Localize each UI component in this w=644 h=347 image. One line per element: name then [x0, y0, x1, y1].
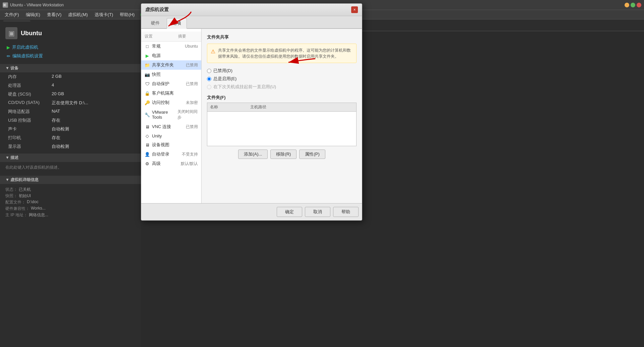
maximize-btn[interactable] — [631, 3, 635, 7]
power-icon: ▶ — [145, 53, 150, 58]
settings-item-vnc-name: VNC 连接 — [152, 124, 171, 130]
settings-item-general-summary: Ubuntu — [185, 44, 198, 49]
edit-label: 编辑虚拟机设置 — [12, 53, 43, 59]
settings-item-vnc[interactable]: 🖥 VNC 连接 已禁用 — [141, 122, 201, 131]
settings-item-snapshots[interactable]: 📷 快照 — [141, 70, 201, 79]
device-sound-label: 声卡 — [8, 126, 52, 132]
shared-folders-icon: 📁 — [145, 62, 150, 68]
radio-until-shutdown[interactable]: 在下次关机或挂起前一直启用(U) — [207, 84, 357, 90]
vnc-icon: 🖥 — [145, 124, 150, 129]
device-cpu-value: 4 — [52, 82, 54, 89]
detail-status: 状态： 已关机 — [5, 187, 136, 192]
folder-table-header: 名称 主机路径 — [207, 103, 356, 112]
detail-ip-label: 主 IP 地址： — [5, 212, 28, 218]
settings-item-autoprotect[interactable]: 🛡 自动保护 已禁用 — [141, 79, 201, 89]
settings-item-access-summary: 未加密 — [186, 100, 198, 106]
tab-options[interactable]: 选项 — [167, 18, 187, 29]
menu-vm[interactable]: 虚拟机(M) — [65, 10, 91, 19]
start-vm-btn[interactable]: ▶ 开启此虚拟机 — [5, 43, 136, 51]
settings-item-tools[interactable]: 🔧 VMware Tools 关闭时间同步 — [141, 107, 201, 122]
settings-item-isolation-name: 客户机隔离 — [152, 90, 174, 96]
device-printer-value: 存在 — [52, 135, 60, 141]
desc-section: 在此处键入对该虚拟机的描述。 — [0, 162, 141, 173]
settings-right-panel: 文件夹共享 ⚠ 共享文件夹会将您的文件显示给虚拟机中的程序。这可能为您的计算机和… — [202, 29, 362, 203]
radio-always[interactable]: 总是启用(E) — [207, 76, 357, 82]
settings-col-name: 设置 — [145, 34, 178, 39]
detail-config-value: D:\doc — [27, 199, 39, 205]
remove-folder-btn[interactable]: 移除(R) — [270, 150, 297, 159]
device-cpu-label: 处理器 — [8, 82, 52, 89]
dialog-close-btn[interactable]: × — [351, 6, 358, 13]
radio-disabled-input[interactable] — [207, 69, 211, 73]
settings-item-general[interactable]: □ 常规 Ubuntu — [141, 42, 201, 51]
add-folder-btn[interactable]: 添加(A)... — [238, 150, 268, 159]
help-btn[interactable]: 帮助 — [333, 207, 359, 217]
device-memory-value: 2 GB — [52, 74, 62, 80]
device-memory-label: 内存 — [8, 74, 52, 80]
settings-item-autologin-summary: 不受支持 — [182, 152, 198, 157]
cancel-btn[interactable]: 取消 — [305, 207, 330, 217]
autoprotect-icon: 🛡 — [145, 81, 150, 86]
menu-help[interactable]: 帮助(H) — [116, 10, 138, 19]
sharing-radio-group: 已禁用(D) 总是启用(E) 在下次关机或挂起前一直启用(U) — [207, 68, 357, 90]
device-net-value: NAT — [52, 109, 60, 115]
radio-always-label: 总是启用(E) — [213, 76, 236, 82]
settings-item-advanced-summary: 默认/默认 — [181, 161, 198, 167]
vm-details-header: ▼ 虚拟机详细信息 — [0, 176, 141, 184]
folder-col-path-header: 主机路径 — [250, 104, 354, 110]
settings-item-autologin-name: 自动登录 — [152, 151, 169, 157]
isolation-icon: 🔒 — [145, 91, 150, 96]
desc-placeholder: 在此处键入对该虚拟机的描述。 — [5, 165, 62, 170]
settings-item-shared-folders[interactable]: 📁 共享文件夹 已禁用 — [141, 60, 201, 70]
start-label: 开启此虚拟机 — [12, 44, 38, 50]
menu-tab[interactable]: 选项卡(T) — [91, 10, 117, 19]
radio-always-input[interactable] — [207, 77, 211, 81]
device-printer: 打印机 存在 — [0, 133, 141, 142]
unity-icon: ◇ — [145, 133, 150, 138]
close-btn[interactable] — [637, 3, 641, 7]
detail-snapshot-value: 初始UI — [19, 193, 31, 199]
menu-file[interactable]: 文件(F) — [1, 10, 22, 19]
tab-hardware[interactable]: 硬件 — [145, 18, 165, 28]
detail-config-label: 配置文件： — [5, 199, 25, 205]
settings-item-access-name: 访问控制 — [152, 100, 169, 106]
menu-view[interactable]: 查看(V) — [44, 10, 65, 19]
settings-item-autologin[interactable]: 👤 自动登录 不受支持 — [141, 150, 201, 159]
radio-disabled[interactable]: 已禁用(D) — [207, 68, 357, 74]
settings-item-isolation[interactable]: 🔒 客户机隔离 — [141, 89, 201, 98]
device-dvd-label: CD/DVD (SATA) — [8, 100, 52, 106]
titlebar-text: Ubuntu - VMware Workstation — [10, 3, 64, 7]
device-hdd-value: 20 GB — [52, 91, 64, 97]
vm-header: ▣ Ubuntu — [0, 24, 141, 42]
file-sharing-title: 文件夹共享 — [207, 34, 357, 40]
edit-vm-btn[interactable]: ✏ 编辑虚拟机设置 — [5, 52, 136, 60]
settings-item-deviceview[interactable]: 🖥 设备视图 — [141, 140, 201, 150]
warning-icon: ⚠ — [211, 48, 215, 59]
warning-text: 共享文件夹会将您的文件显示给虚拟机中的程序。这可能为您的计算机和数据带来风险。请… — [218, 47, 353, 59]
radio-until-shutdown-input — [207, 85, 211, 89]
settings-item-autoprotect-summary: 已禁用 — [186, 81, 198, 87]
folder-col-name-header: 名称 — [210, 104, 250, 110]
detail-snapshot: 快照： 初始UI — [5, 193, 136, 199]
folder-table-body — [207, 112, 356, 145]
vm-actions: ▶ 开启此虚拟机 ✏ 编辑虚拟机设置 — [0, 42, 141, 61]
edit-icon: ✏ — [7, 54, 10, 59]
dialog-tabs: 硬件 选项 — [141, 16, 362, 29]
detail-status-value: 已关机 — [19, 187, 31, 192]
settings-item-unity[interactable]: ◇ Unity — [141, 131, 201, 140]
settings-item-advanced-name: 高级 — [152, 161, 161, 167]
settings-item-tools-summary: 关闭时间同步 — [177, 109, 198, 120]
settings-item-power[interactable]: ▶ 电源 — [141, 51, 201, 60]
properties-folder-btn[interactable]: 属性(P) — [299, 150, 325, 159]
settings-item-advanced[interactable]: ⚙ 高级 默认/默认 — [141, 159, 201, 168]
menu-edit[interactable]: 编辑(E) — [22, 10, 44, 19]
ok-btn[interactable]: 确定 — [277, 207, 302, 217]
left-panel: ▣ Ubuntu ▶ 开启此虚拟机 ✏ 编辑虚拟机设置 ▼ 设备 内存 2 GB… — [0, 21, 141, 347]
settings-item-unity-name: Unity — [152, 133, 162, 138]
device-hdd: 硬盘 (SCSI) 20 GB — [0, 90, 141, 99]
tools-icon: 🔧 — [145, 112, 150, 117]
access-icon: 🔑 — [145, 100, 150, 105]
settings-item-shared-folders-name: 共享文件夹 — [152, 62, 174, 68]
settings-item-access[interactable]: 🔑 访问控制 未加密 — [141, 98, 201, 107]
minimize-btn[interactable] — [625, 3, 629, 7]
